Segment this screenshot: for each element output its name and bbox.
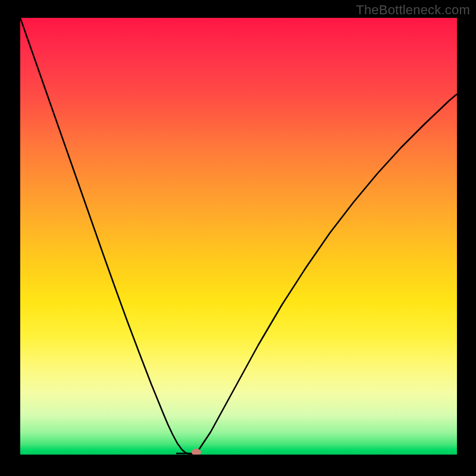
chart-container: TheBottleneck.com bbox=[0, 0, 476, 476]
bottleneck-curve bbox=[20, 18, 457, 455]
plot-area bbox=[20, 18, 457, 455]
minimum-marker-dot bbox=[192, 449, 201, 455]
watermark-text: TheBottleneck.com bbox=[356, 2, 470, 18]
